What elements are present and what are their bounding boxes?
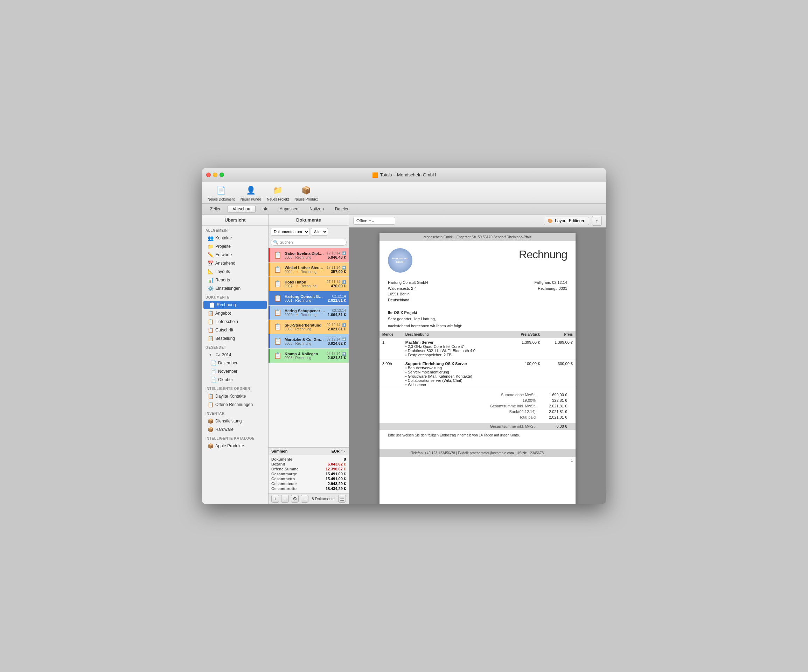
list-item[interactable]: 📋 Hartung Consult GmbH 0001 Rechnung 02.…: [269, 291, 349, 305]
total-highlight-row: Gesamtsumme inkl. MwSt. 0,00 €: [379, 423, 576, 430]
window-title: 🟧 Totals – Mondschein GmbH: [372, 172, 436, 178]
sidebar-item-hardware[interactable]: 📦 Hardware: [202, 425, 268, 434]
filter-bar: Dokumentdatum Alle: [269, 226, 349, 238]
sidebar: Übersicht ALLGEMEIN 👥 Kontakte 📁 Projekt…: [202, 215, 269, 504]
office-select[interactable]: Office ⌃⌄: [353, 217, 395, 225]
new-project-icon: 📁: [272, 184, 284, 197]
col-beschreibung: Beschreibung: [402, 331, 509, 338]
invoice-totals: Summe ohne MwSt. 1.699,00 € 19,00% 322,8…: [379, 389, 576, 423]
list-item[interactable]: 📋 Gabor Evelina Dipl.-Bw. St... 0006 Rec…: [269, 248, 349, 262]
app-window: 🟧 Totals – Mondschein GmbH 📄 Neues Dokum…: [202, 168, 606, 504]
new-customer-button[interactable]: 👤 Neuer Kunde: [240, 184, 261, 201]
warning-icon: ⚠: [295, 284, 299, 288]
reports-icon: 📊: [208, 277, 213, 283]
sidebar-item-apple[interactable]: 📦 Apple Produkte: [202, 442, 268, 450]
doc-name: Kramp & Kollegen: [285, 352, 324, 356]
gear-button[interactable]: ⚙: [291, 495, 299, 503]
new-product-icon: 📦: [300, 184, 312, 197]
summen-table: Dokumente 8 Bezahlt 6.043,62 € Offene Su…: [269, 455, 349, 493]
row1-unit: 1.399,00 €: [509, 338, 543, 359]
tab-anpassen[interactable]: Anpassen: [274, 205, 304, 213]
date-filter-select[interactable]: Dokumentdatum: [270, 228, 309, 235]
list-item[interactable]: 📋 SFJ-Steuerberatung 0003 Rechnung 02.12…: [269, 320, 349, 334]
sidebar-item-2014[interactable]: ▼ 🗂 2014: [202, 351, 268, 359]
sidebar-header: Übersicht: [202, 215, 268, 226]
gutschrift-icon: 📋: [208, 327, 213, 333]
row1-desc: MacMini Server 2,3 GHz Quad-Core Intel C…: [402, 338, 509, 359]
sidebar-item-anstehend[interactable]: 📅 Anstehend: [202, 259, 268, 267]
doc-name: Winkel Lothar Steuerberater: [285, 266, 324, 270]
lieferschein-icon: 📋: [208, 319, 213, 324]
sidebar-item-layouts[interactable]: 📐 Layouts: [202, 267, 268, 276]
sidebar-item-lieferschein[interactable]: 📋 Lieferschein: [202, 317, 268, 326]
doc-info: Kramp & Kollegen 0008 Rechnung: [285, 352, 324, 360]
layout-edit-button[interactable]: 🎨 Layout Editieren: [544, 217, 589, 225]
sidebar-item-rechnung[interactable]: 📋 Rechnung: [204, 301, 267, 309]
tab-vorschau[interactable]: Vorschau: [227, 205, 255, 213]
invoice-payment-note: Bitte überweisen Sie den fälligen Endbet…: [379, 430, 576, 439]
new-document-button[interactable]: 📄 Neues Dokument: [208, 184, 235, 201]
new-product-button[interactable]: 📦 Neues Produkt: [294, 184, 317, 201]
doc-info: Gabor Evelina Dipl.-Bw. St... 0006 Rechn…: [285, 251, 324, 259]
apple-icon: 📦: [208, 443, 213, 449]
sidebar-item-einstellungen[interactable]: ⚙️ Einstellungen: [202, 284, 268, 293]
sidebar-item-gutschrift[interactable]: 📋 Gutschrift: [202, 326, 268, 334]
warning-icon: ⚠: [295, 270, 299, 274]
doc-right: 27.11.14 ➡️ 476,00 €: [327, 280, 346, 288]
tab-zeilen[interactable]: Zeilen: [205, 205, 227, 213]
add-button[interactable]: +: [271, 495, 279, 503]
sidebar-item-dezember[interactable]: 📄 Dezember: [202, 359, 268, 367]
zoom-button[interactable]: [219, 173, 224, 177]
sidebar-item-daylite[interactable]: 📋 Daylite Kontakte: [202, 392, 268, 400]
doc-sub: 0006 Rechnung: [285, 255, 324, 259]
invoice-row-1: 1 MacMini Server 2,3 GHz Quad-Core Intel…: [379, 338, 576, 359]
preview-scroll[interactable]: Mondschein GmbH | Engerser Str. 59 56170…: [349, 227, 606, 504]
sidebar-item-dienstleistung[interactable]: 📦 Dienstleistung: [202, 417, 268, 425]
sidebar-item-offene[interactable]: 📋 Offene Rechnungen: [202, 400, 268, 409]
doc-amount: 357,00 €: [327, 270, 346, 274]
list-item[interactable]: 📋 Hering Schuppener GmbH 0002 ⚠ Rechnung…: [269, 305, 349, 320]
doc-icon: 📋: [273, 293, 282, 303]
search-field[interactable]: 🔍: [270, 239, 347, 246]
sidebar-item-kontakte[interactable]: 👥 Kontakte: [202, 234, 268, 242]
arrow-icon: ➡️: [342, 251, 346, 255]
sidebar-item-reports[interactable]: 📊 Reports: [202, 276, 268, 284]
doc-icon: 📋: [273, 336, 282, 346]
minimize-button[interactable]: [213, 173, 217, 177]
tab-dateien[interactable]: Dateien: [330, 205, 355, 213]
sidebar-item-november[interactable]: 📄 November: [202, 367, 268, 375]
tab-notizen[interactable]: Notizen: [304, 205, 329, 213]
type-filter-select[interactable]: Alle: [311, 228, 328, 235]
list-item[interactable]: 📋 Hotel Hilton 0007 ⚠ Rechnung 27.11.14 …: [269, 277, 349, 291]
invoice-intro: nachstehend berechnen wir Ihnen wie folg…: [379, 322, 576, 331]
summen-row-brutto: Gesamtbrutto 18.434,29 €: [271, 486, 346, 491]
search-bar: 🔍: [269, 238, 349, 248]
list-item[interactable]: 📋 Kramp & Kollegen 0008 Rechnung 02.12.1…: [269, 349, 349, 363]
dienstleistung-icon: 📦: [208, 418, 213, 424]
doc-name: Gabor Evelina Dipl.-Bw. St...: [285, 251, 324, 255]
sidebar-item-oktober[interactable]: 📄 Oktober: [202, 375, 268, 384]
doc-icon: 📋: [273, 308, 282, 317]
summen-row-dokumente: Dokumente 8: [271, 457, 346, 462]
remove-button[interactable]: −: [281, 495, 289, 503]
section-intelligente-kataloge: INTELLIGENTE KATALOGE: [202, 434, 268, 442]
new-project-button[interactable]: 📁 Neues Projekt: [267, 184, 289, 201]
arrow-icon: ➡️: [342, 323, 346, 327]
dezember-icon: 📄: [210, 360, 216, 366]
doc-info: Marotzke & Co. GmbH Wirt... 0005 Rechnun…: [285, 337, 324, 345]
sidebar-item-entwerfe[interactable]: ✏️ Entwürfe: [202, 250, 268, 259]
sidebar-item-angebot[interactable]: 📋 Angebot: [202, 309, 268, 317]
share-button[interactable]: ↑: [592, 216, 602, 226]
search-input[interactable]: [280, 240, 344, 244]
doc-right: 17.11.14 ➡️ 357,00 €: [327, 266, 346, 274]
doc-sub: 0004 ⚠ Rechnung: [285, 270, 324, 274]
sidebar-item-projekte[interactable]: 📁 Projekte: [202, 242, 268, 250]
total-row-4: Total paid 2.021,81 €: [388, 414, 567, 420]
list-item[interactable]: 📋 Marotzke & Co. GmbH Wirt... 0005 Rechn…: [269, 334, 349, 349]
list-item[interactable]: 📋 Winkel Lothar Steuerberater 0004 ⚠ Rec…: [269, 262, 349, 277]
close-button[interactable]: [206, 173, 211, 177]
projekte-icon: 📁: [208, 243, 213, 249]
sidebar-item-bestellung[interactable]: 📋 Bestellung: [202, 334, 268, 343]
doc-icon: 📋: [273, 265, 282, 274]
tab-info[interactable]: Info: [256, 205, 274, 213]
